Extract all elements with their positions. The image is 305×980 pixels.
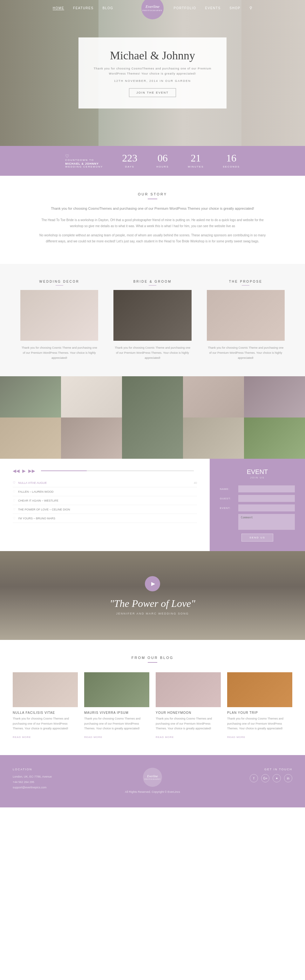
- linkedin-icon[interactable]: in: [284, 774, 292, 782]
- join-event-button[interactable]: JOIN THE EVENT: [129, 88, 176, 97]
- nav-events[interactable]: EVENTS: [205, 6, 221, 10]
- wedding-propose-image: [207, 290, 285, 341]
- blog-grid: NULLA FACILISIS VITAE Thank you for choo…: [13, 672, 292, 739]
- blog-card-4: PLAN YOUR TRIP Thank you for choosing Co…: [227, 672, 292, 739]
- twitter-icon[interactable]: ✦: [273, 774, 281, 782]
- wedding-decor-col: WEDDING DECOR Thank you for choosing Cos…: [13, 280, 106, 361]
- event-comment-row: [220, 514, 295, 530]
- blog-card-title-2: MAURIS VIVERRA IPSUM: [84, 711, 149, 714]
- photo-grid: [0, 376, 305, 459]
- event-comment-textarea[interactable]: [238, 514, 295, 530]
- facebook-icon[interactable]: f: [250, 774, 258, 782]
- wedding-propose-text: Thank you for choosing Cosmic Theme and …: [207, 345, 285, 361]
- photo-1: [0, 376, 61, 417]
- hero-couple-name: Michael & Johnny: [94, 49, 212, 62]
- photo-6: [0, 417, 61, 459]
- blog-read-more-4[interactable]: READ MORE: [227, 736, 245, 738]
- nav-blog[interactable]: BLOG: [103, 6, 113, 10]
- progress-fill: [41, 471, 87, 471]
- wedding-propose-col: THE PROPOSE Thank you for choosing Cosmi…: [199, 280, 292, 361]
- event-form: NAME: GUEST: EVENT: SEND US: [220, 485, 295, 542]
- event-join-panel: EVENT JOIN US NAME: GUEST: EVENT: SEND U…: [210, 459, 305, 551]
- photo-2: [61, 376, 122, 417]
- countdown-seconds: 16 SECONDS: [223, 153, 240, 169]
- social-icons: f G+ ✦ in: [199, 774, 292, 782]
- music-player: ◀◀ ▶ ▶▶ ♡ NULLA VITAE AUGUE 40 ♡ FALLEN …: [0, 459, 210, 551]
- photo-10: [244, 417, 305, 459]
- countdown-hours: 06 HOURS: [156, 153, 169, 169]
- music-track-5[interactable]: ♡ I'M YOURS – BRUNO MARS: [13, 514, 197, 523]
- music-track-4[interactable]: ♡ THE POWER OF LOVE – CELINE DION: [13, 505, 197, 514]
- heart-icon-4: ♡: [13, 508, 16, 511]
- video-quote: "The Power of Love": [110, 598, 195, 609]
- wedding-bride-text: Thank you for choosing Cosmic Theme and …: [113, 345, 191, 361]
- blog-title: FROM OUR BLOG: [13, 656, 292, 660]
- event-event-input[interactable]: [238, 504, 295, 511]
- progress-bar[interactable]: [41, 471, 194, 471]
- search-icon[interactable]: ⚲: [249, 6, 252, 11]
- heart-icon: ♡: [65, 154, 70, 159]
- event-subtitle: JOIN US: [220, 476, 295, 479]
- wedding-bride-image: [113, 290, 191, 341]
- blog-image-4: [227, 672, 292, 707]
- blog-card-3: YOUR HONEYMOON Thank you for choosing Co…: [156, 672, 221, 739]
- nav-home[interactable]: HOME: [53, 6, 64, 10]
- blog-card-text-1: Thank you for choosing Cosmo Themes and …: [13, 716, 78, 731]
- story-intro: Thank you for choosing CosmoThemes and p…: [38, 205, 267, 212]
- logo-title: Everline: [145, 4, 160, 10]
- story-text-1: The Head To Toe Bride is a workshop in D…: [38, 217, 267, 229]
- main-nav: HOME FEATURES BLOG Everline PHOTOGRAPHY …: [0, 0, 305, 16]
- countdown-days: 223 DAYS: [122, 153, 137, 169]
- blog-card-2: MAURIS VIVERRA IPSUM Thank you for choos…: [84, 672, 149, 739]
- site-footer: LOCATION London, UK, EC-7786, Avenue +44…: [0, 755, 305, 807]
- wedding-bride-col: BRIDE & GROOM Thank you for choosing Cos…: [106, 280, 199, 361]
- nav-features[interactable]: FEATURES: [73, 6, 94, 10]
- footer-contact: GET IN TOUCH f G+ ✦ in: [199, 768, 292, 782]
- music-track-2[interactable]: ♡ FALLEN – LAUREN WOOD: [13, 487, 197, 496]
- blog-read-more-3[interactable]: READ MORE: [156, 736, 174, 738]
- logo-subtitle: PHOTOGRAPHY: [143, 9, 163, 12]
- footer-location-title: LOCATION: [13, 768, 106, 771]
- nav-portfolio[interactable]: PORTFOLIO: [174, 6, 196, 10]
- wedding-decor-title: WEDDING DECOR: [20, 280, 98, 283]
- music-track-3[interactable]: ♡ CHEAR IT AGAIN – WESTLIFE: [13, 496, 197, 505]
- blog-image-1: [13, 672, 78, 707]
- video-play-button[interactable]: [145, 576, 160, 591]
- footer-location: LOCATION London, UK, EC-7786, Avenue +44…: [13, 768, 106, 790]
- heart-icon-3: ♡: [13, 499, 16, 502]
- footer-logo-sub: PHOTOGRAPHY: [144, 778, 161, 780]
- nav-shop[interactable]: SHOP: [230, 6, 241, 10]
- prev-button[interactable]: ◀◀: [13, 468, 20, 473]
- wedding-propose-divider: [242, 285, 249, 286]
- googleplus-icon[interactable]: G+: [261, 774, 270, 782]
- wedding-sections: WEDDING DECOR Thank you for choosing Cos…: [0, 264, 305, 377]
- photo-4: [183, 376, 244, 417]
- blog-image-3: [156, 672, 221, 707]
- player-controls: ◀◀ ▶ ▶▶: [13, 468, 197, 473]
- blog-divider: [148, 662, 157, 663]
- blog-card-text-4: Thank you for choosing Cosmo Themes and …: [227, 716, 292, 731]
- blog-read-more-2[interactable]: READ MORE: [84, 736, 102, 738]
- photo-5: [244, 376, 305, 417]
- blog-header: FROM OUR BLOG: [13, 656, 292, 663]
- blog-read-more-1[interactable]: READ MORE: [13, 736, 31, 738]
- nav-left-links: HOME FEATURES BLOG: [53, 6, 113, 10]
- photo-9: [183, 417, 244, 459]
- next-button[interactable]: ▶▶: [28, 468, 35, 473]
- countdown-label: ♡ COUNTDOWN TO MICHAEL & JOHNNY WEDDING …: [65, 154, 103, 168]
- blog-image-2: [84, 672, 149, 707]
- hero-date: 12TH NOVEMBER, 2014 IN OUR GARDEN: [94, 79, 212, 83]
- story-section: OUR STORY Thank you for choosing CosmoTh…: [0, 176, 305, 264]
- event-guest-input[interactable]: [238, 495, 295, 502]
- play-button[interactable]: ▶: [22, 468, 26, 473]
- photo-7: [61, 417, 122, 459]
- event-name-input[interactable]: [238, 485, 295, 492]
- event-event-row: EVENT:: [220, 504, 295, 511]
- footer-contact-title: GET IN TOUCH: [199, 768, 292, 771]
- event-name-row: NAME:: [220, 485, 295, 492]
- heart-icon-5: ♡: [13, 517, 16, 520]
- music-event-section: ◀◀ ▶ ▶▶ ♡ NULLA VITAE AUGUE 40 ♡ FALLEN …: [0, 459, 305, 551]
- music-track-1[interactable]: ♡ NULLA VITAE AUGUE 40: [13, 479, 197, 487]
- wedding-decor-image: [20, 290, 98, 341]
- event-submit-button[interactable]: SEND US: [241, 534, 273, 542]
